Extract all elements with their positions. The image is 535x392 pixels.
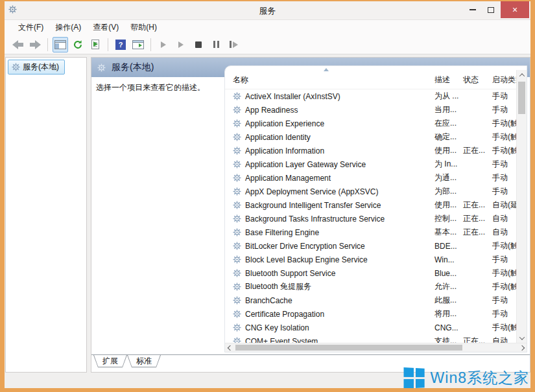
service-row[interactable]: Background Tasks Infrastructure Service … <box>225 212 516 225</box>
scroll-left-icon[interactable] <box>225 343 235 352</box>
column-header-status[interactable]: 状态 <box>459 75 488 89</box>
vertical-scrollbar[interactable] <box>516 70 527 343</box>
service-name: CNG Key Isolation <box>245 323 309 332</box>
service-description: 基本... <box>429 227 459 238</box>
service-startup-type: 手动 <box>488 172 516 183</box>
forward-arrow-icon <box>30 40 41 49</box>
service-row[interactable]: AppX Deployment Service (AppXSVC) 为部... … <box>225 185 516 198</box>
service-gear-icon <box>233 119 241 128</box>
tab-standard[interactable]: 标准 <box>127 355 161 367</box>
service-row[interactable]: COM+ Event System 支持... 正在... 自动 <box>225 334 516 343</box>
service-description: 确定... <box>429 132 459 143</box>
service-row[interactable]: Block Level Backup Engine Service Win...… <box>225 253 516 266</box>
maximize-button[interactable] <box>481 1 501 18</box>
service-name: Background Tasks Infrastructure Service <box>245 214 385 224</box>
forward-button[interactable] <box>27 37 43 52</box>
service-description: 使用... <box>429 145 459 156</box>
export-list-icon <box>91 40 99 49</box>
close-button[interactable]: × <box>501 1 529 18</box>
service-startup-type: 手动 <box>488 295 516 306</box>
watermark: Win8系统之家 <box>404 368 529 388</box>
scroll-up-icon[interactable] <box>517 70 527 80</box>
service-gear-icon <box>233 296 241 305</box>
service-description: CNG... <box>429 323 459 332</box>
minimize-button[interactable] <box>463 1 482 18</box>
service-row[interactable]: Bluetooth Support Service Blue... 手动(触发) <box>225 266 516 280</box>
pause-service-button[interactable] <box>208 37 224 52</box>
horizontal-scrollbar[interactable] <box>225 343 527 352</box>
tab-extended[interactable]: 扩展 <box>93 355 127 367</box>
restart-service-button[interactable] <box>226 37 241 52</box>
service-startup-type: 手动 <box>488 159 516 170</box>
service-description: 在应... <box>429 118 459 129</box>
start-service-button[interactable] <box>156 37 171 52</box>
service-row[interactable]: CNG Key Isolation CNG... 手动(触发) <box>225 321 516 334</box>
service-name: Certificate Propagation <box>245 310 324 319</box>
help-icon: ? <box>115 40 126 50</box>
service-gear-icon <box>233 242 241 250</box>
service-startup-type: 手动(触发) <box>488 240 516 251</box>
service-startup-type: 手动 <box>488 104 516 115</box>
menu-file[interactable]: 文件(F) <box>12 20 49 35</box>
service-gear-icon <box>233 187 241 196</box>
service-row[interactable]: App Readiness 当用... 手动 <box>225 103 516 117</box>
console-tree-icon <box>54 40 66 49</box>
show-console-tree-button[interactable] <box>53 37 68 52</box>
service-startup-type: 自动 <box>488 336 516 343</box>
service-row[interactable]: Application Identity 确定... 手动(触发) <box>225 130 516 144</box>
content-area: 服务(本地) 服务(本地) 选择一个项目来查看它的描述。 名称 描述 状态 <box>5 54 530 388</box>
service-startup-type: 自动(延迟) <box>488 200 516 211</box>
service-startup-type: 手动(触发) <box>488 132 516 143</box>
window-title: 服务 <box>5 5 530 17</box>
resume-service-button[interactable] <box>173 37 189 52</box>
tree-item-services-local[interactable]: 服务(本地) <box>8 60 65 75</box>
service-row[interactable]: Application Information 使用... 正在... 手动(触… <box>225 144 516 157</box>
vertical-scroll-thumb[interactable] <box>518 82 525 114</box>
scroll-down-icon[interactable] <box>517 333 527 343</box>
column-header-name[interactable]: 名称 <box>225 75 429 89</box>
help-button[interactable]: ? <box>113 37 128 52</box>
service-gear-icon <box>233 214 241 223</box>
column-header-description[interactable]: 描述 <box>429 75 459 89</box>
service-gear-icon <box>233 133 241 141</box>
service-row[interactable]: Certificate Propagation 将用... 手动 <box>225 307 516 321</box>
back-button[interactable] <box>10 37 25 52</box>
service-row[interactable]: Application Management 为通... 手动 <box>225 171 516 185</box>
service-row[interactable]: Base Filtering Engine 基本... 正在... 自动 <box>225 225 516 239</box>
menu-view[interactable]: 查看(V) <box>87 20 125 35</box>
service-row[interactable]: ActiveX Installer (AxInstSV) 为从 ... 手动 <box>225 89 516 103</box>
service-description: 此服... <box>429 295 459 306</box>
service-row[interactable]: Application Experience 在应... 手动(触发) <box>225 117 516 130</box>
service-gear-icon <box>233 146 241 155</box>
export-list-button[interactable] <box>88 37 103 52</box>
menu-action[interactable]: 操作(A) <box>49 20 87 35</box>
refresh-button[interactable] <box>70 37 86 52</box>
services-node-icon <box>12 63 20 71</box>
scroll-right-icon[interactable] <box>517 343 527 352</box>
horizontal-scroll-thumb[interactable] <box>235 345 462 351</box>
service-gear-icon <box>233 174 241 182</box>
stop-service-button[interactable] <box>191 37 206 52</box>
service-row[interactable]: Application Layer Gateway Service 为 In..… <box>225 157 516 171</box>
console-tree-pane: 服务(本地) <box>5 57 87 373</box>
service-row[interactable]: BitLocker Drive Encryption Service BDE..… <box>225 239 516 253</box>
action-pane-icon <box>132 40 144 49</box>
service-gear-icon <box>233 92 241 100</box>
windows-logo-icon <box>403 367 424 389</box>
service-description: 允许... <box>429 281 459 292</box>
menu-help[interactable]: 帮助(H) <box>125 20 163 35</box>
service-name: Block Level Backup Engine Service <box>245 255 368 264</box>
selection-description: 选择一个项目来查看它的描述。 <box>96 82 205 93</box>
service-row[interactable]: Bluetooth 免提服务 允许... 手动(触发) <box>225 280 516 294</box>
show-action-pane-button[interactable] <box>130 37 146 52</box>
service-status: 正在... <box>459 213 488 224</box>
service-gear-icon <box>233 228 241 236</box>
service-name: Application Information <box>245 146 324 156</box>
service-name: Bluetooth Support Service <box>245 269 335 278</box>
service-status: 正在... <box>459 145 488 156</box>
main-pane: 服务(本地) 选择一个项目来查看它的描述。 名称 描述 状态 启动类型 Acti… <box>91 57 530 373</box>
service-row[interactable]: Background Intelligent Transfer Service … <box>225 198 516 212</box>
service-row[interactable]: BranchCache 此服... 手动 <box>225 294 516 307</box>
column-header-startup-type[interactable]: 启动类型 <box>488 75 516 89</box>
service-name: ActiveX Installer (AxInstSV) <box>245 92 340 101</box>
